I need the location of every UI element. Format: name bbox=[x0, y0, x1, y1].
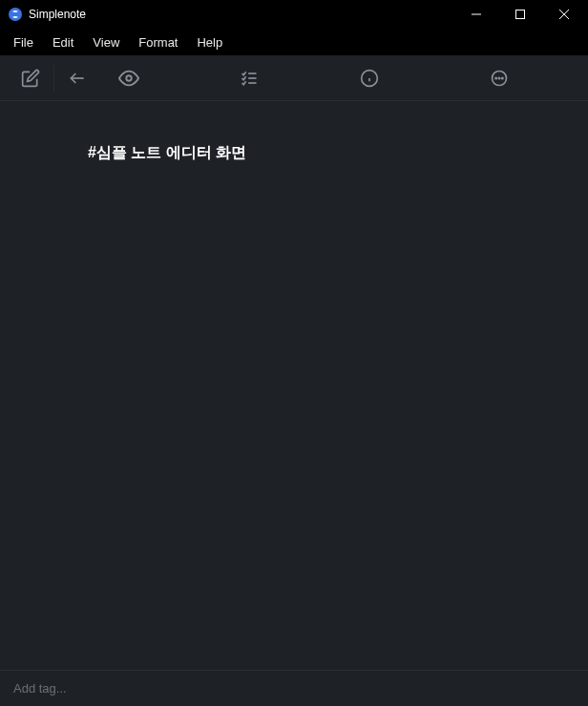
app-icon bbox=[8, 7, 23, 22]
eye-icon bbox=[118, 68, 139, 89]
maximize-button[interactable] bbox=[498, 0, 542, 29]
tag-input[interactable] bbox=[13, 681, 575, 696]
menu-view[interactable]: View bbox=[83, 31, 129, 53]
info-icon bbox=[360, 69, 379, 88]
checklist-icon bbox=[240, 69, 259, 88]
svg-rect-2 bbox=[516, 10, 525, 19]
svg-point-16 bbox=[502, 77, 503, 78]
preview-button[interactable] bbox=[112, 61, 146, 95]
arrow-left-icon bbox=[68, 69, 87, 88]
menu-file[interactable]: File bbox=[4, 31, 43, 53]
window-titlebar: Simplenote bbox=[0, 0, 588, 29]
more-horizontal-icon bbox=[490, 69, 509, 88]
toolbar-separator bbox=[53, 65, 54, 92]
compose-icon bbox=[21, 69, 40, 88]
tag-bar bbox=[0, 670, 588, 706]
minimize-button[interactable] bbox=[454, 0, 498, 29]
window-controls bbox=[454, 0, 586, 29]
new-note-button[interactable] bbox=[13, 61, 48, 95]
note-editor[interactable]: #심플 노트 에디터 화면 bbox=[0, 101, 588, 670]
more-actions-button[interactable] bbox=[482, 61, 516, 95]
info-button[interactable] bbox=[352, 61, 387, 95]
menu-edit[interactable]: Edit bbox=[43, 31, 83, 53]
back-button[interactable] bbox=[60, 61, 94, 95]
toolbar bbox=[0, 55, 588, 101]
svg-point-6 bbox=[126, 75, 132, 81]
svg-point-0 bbox=[9, 8, 22, 21]
app-title: Simplenote bbox=[29, 8, 454, 21]
svg-point-15 bbox=[498, 77, 499, 78]
close-button[interactable] bbox=[542, 0, 586, 29]
checklist-button[interactable] bbox=[232, 61, 266, 95]
menu-format[interactable]: Format bbox=[129, 31, 187, 53]
svg-point-14 bbox=[495, 77, 496, 78]
menu-help[interactable]: Help bbox=[187, 31, 232, 53]
note-heading[interactable]: #심플 노트 에디터 화면 bbox=[88, 143, 500, 163]
menubar: File Edit View Format Help bbox=[0, 29, 588, 55]
